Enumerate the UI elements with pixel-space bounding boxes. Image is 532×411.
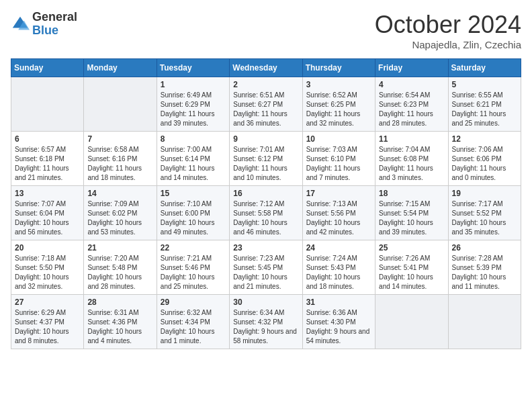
week-row-1: 1Sunrise: 6:49 AM Sunset: 6:29 PM Daylig… — [11, 77, 521, 132]
day-info: Sunrise: 6:29 AM Sunset: 4:37 PM Dayligh… — [15, 308, 80, 346]
day-info: Sunrise: 7:00 AM Sunset: 6:14 PM Dayligh… — [161, 145, 226, 183]
calendar-cell — [11, 77, 84, 132]
day-info: Sunrise: 7:13 AM Sunset: 5:56 PM Dayligh… — [306, 199, 371, 237]
calendar-cell: 12Sunrise: 7:06 AM Sunset: 6:06 PM Dayli… — [448, 132, 521, 186]
day-number: 24 — [306, 243, 371, 253]
day-info: Sunrise: 7:04 AM Sunset: 6:08 PM Dayligh… — [379, 145, 444, 183]
day-number: 4 — [379, 80, 444, 89]
day-number: 8 — [161, 134, 226, 144]
day-number: 14 — [87, 189, 152, 198]
calendar-cell: 25Sunrise: 7:26 AM Sunset: 5:41 PM Dayli… — [375, 240, 448, 295]
day-info: Sunrise: 6:49 AM Sunset: 6:29 PM Dayligh… — [161, 91, 226, 128]
day-info: Sunrise: 7:17 AM Sunset: 5:52 PM Dayligh… — [452, 199, 517, 237]
day-info: Sunrise: 7:20 AM Sunset: 5:48 PM Dayligh… — [87, 254, 152, 291]
day-info: Sunrise: 7:23 AM Sunset: 5:45 PM Dayligh… — [233, 254, 298, 291]
calendar-cell: 5Sunrise: 6:55 AM Sunset: 6:21 PM Daylig… — [448, 77, 521, 132]
day-info: Sunrise: 7:06 AM Sunset: 6:06 PM Dayligh… — [452, 145, 517, 183]
calendar-cell — [448, 295, 521, 349]
calendar-cell: 19Sunrise: 7:17 AM Sunset: 5:52 PM Dayli… — [448, 186, 521, 240]
day-number: 17 — [306, 189, 371, 198]
calendar-cell: 31Sunrise: 6:36 AM Sunset: 4:30 PM Dayli… — [302, 295, 375, 349]
calendar-cell: 15Sunrise: 7:10 AM Sunset: 6:00 PM Dayli… — [157, 186, 229, 240]
calendar-cell: 4Sunrise: 6:54 AM Sunset: 6:23 PM Daylig… — [375, 77, 448, 132]
day-number: 31 — [306, 298, 371, 307]
day-header-tuesday: Tuesday — [157, 59, 229, 77]
day-info: Sunrise: 7:21 AM Sunset: 5:46 PM Dayligh… — [161, 254, 226, 291]
day-header-friday: Friday — [375, 59, 448, 77]
calendar-cell: 27Sunrise: 6:29 AM Sunset: 4:37 PM Dayli… — [11, 295, 84, 349]
day-info: Sunrise: 6:51 AM Sunset: 6:27 PM Dayligh… — [233, 91, 298, 128]
day-number: 22 — [161, 243, 226, 253]
week-row-4: 20Sunrise: 7:18 AM Sunset: 5:50 PM Dayli… — [11, 240, 521, 295]
day-number: 19 — [452, 189, 517, 198]
calendar-cell: 13Sunrise: 7:07 AM Sunset: 6:04 PM Dayli… — [11, 186, 84, 240]
day-info: Sunrise: 6:31 AM Sunset: 4:36 PM Dayligh… — [87, 308, 152, 346]
title-block: October 2024 Napajedla, Zlin, Czechia — [375, 11, 521, 50]
day-number: 12 — [452, 134, 517, 144]
calendar-cell — [84, 77, 157, 132]
logo-icon — [11, 15, 30, 34]
day-number: 28 — [87, 298, 152, 307]
calendar-cell: 2Sunrise: 6:51 AM Sunset: 6:27 PM Daylig… — [230, 77, 302, 132]
calendar-cell: 14Sunrise: 7:09 AM Sunset: 6:02 PM Dayli… — [84, 186, 157, 240]
day-number: 23 — [233, 243, 298, 253]
day-info: Sunrise: 6:54 AM Sunset: 6:23 PM Dayligh… — [379, 91, 444, 128]
day-number: 26 — [452, 243, 517, 253]
day-header-sunday: Sunday — [11, 59, 84, 77]
day-number: 5 — [452, 80, 517, 89]
logo: General Blue — [11, 11, 77, 38]
day-info: Sunrise: 7:24 AM Sunset: 5:43 PM Dayligh… — [306, 254, 371, 291]
day-header-wednesday: Wednesday — [230, 59, 302, 77]
day-info: Sunrise: 7:12 AM Sunset: 5:58 PM Dayligh… — [233, 199, 298, 237]
logo-general: General — [32, 11, 77, 24]
day-number: 13 — [15, 189, 80, 198]
day-header-monday: Monday — [84, 59, 157, 77]
calendar-cell: 21Sunrise: 7:20 AM Sunset: 5:48 PM Dayli… — [84, 240, 157, 295]
day-info: Sunrise: 7:03 AM Sunset: 6:10 PM Dayligh… — [306, 145, 371, 183]
calendar-table: SundayMondayTuesdayWednesdayThursdayFrid… — [11, 58, 521, 349]
day-info: Sunrise: 7:09 AM Sunset: 6:02 PM Dayligh… — [87, 199, 152, 237]
day-info: Sunrise: 7:26 AM Sunset: 5:41 PM Dayligh… — [379, 254, 444, 291]
calendar-cell: 23Sunrise: 7:23 AM Sunset: 5:45 PM Dayli… — [230, 240, 302, 295]
day-number: 3 — [306, 80, 371, 89]
day-number: 27 — [15, 298, 80, 307]
day-info: Sunrise: 7:01 AM Sunset: 6:12 PM Dayligh… — [233, 145, 298, 183]
day-number: 16 — [233, 189, 298, 198]
calendar-cell: 18Sunrise: 7:15 AM Sunset: 5:54 PM Dayli… — [375, 186, 448, 240]
calendar-cell: 20Sunrise: 7:18 AM Sunset: 5:50 PM Dayli… — [11, 240, 84, 295]
day-number: 10 — [306, 134, 371, 144]
day-info: Sunrise: 6:58 AM Sunset: 6:16 PM Dayligh… — [87, 145, 152, 183]
day-number: 25 — [379, 243, 444, 253]
day-number: 9 — [233, 134, 298, 144]
calendar-cell: 28Sunrise: 6:31 AM Sunset: 4:36 PM Dayli… — [84, 295, 157, 349]
calendar-cell: 3Sunrise: 6:52 AM Sunset: 6:25 PM Daylig… — [302, 77, 375, 132]
logo-blue: Blue — [32, 24, 77, 38]
day-number: 1 — [161, 80, 226, 89]
calendar-cell — [375, 295, 448, 349]
calendar-cell: 10Sunrise: 7:03 AM Sunset: 6:10 PM Dayli… — [302, 132, 375, 186]
day-info: Sunrise: 6:32 AM Sunset: 4:34 PM Dayligh… — [161, 308, 226, 346]
day-number: 2 — [233, 80, 298, 89]
header-row: SundayMondayTuesdayWednesdayThursdayFrid… — [11, 59, 521, 77]
month-title: October 2024 — [375, 11, 521, 39]
calendar-cell: 17Sunrise: 7:13 AM Sunset: 5:56 PM Dayli… — [302, 186, 375, 240]
day-info: Sunrise: 7:28 AM Sunset: 5:39 PM Dayligh… — [452, 254, 517, 291]
day-number: 29 — [161, 298, 226, 307]
day-info: Sunrise: 7:07 AM Sunset: 6:04 PM Dayligh… — [15, 199, 80, 237]
day-info: Sunrise: 6:55 AM Sunset: 6:21 PM Dayligh… — [452, 91, 517, 128]
day-info: Sunrise: 7:10 AM Sunset: 6:00 PM Dayligh… — [161, 199, 226, 237]
day-header-saturday: Saturday — [448, 59, 521, 77]
day-info: Sunrise: 7:15 AM Sunset: 5:54 PM Dayligh… — [379, 199, 444, 237]
location-subtitle: Napajedla, Zlin, Czechia — [375, 39, 521, 50]
day-number: 15 — [161, 189, 226, 198]
day-number: 6 — [15, 134, 80, 144]
day-info: Sunrise: 6:36 AM Sunset: 4:30 PM Dayligh… — [306, 308, 371, 346]
calendar-cell: 24Sunrise: 7:24 AM Sunset: 5:43 PM Dayli… — [302, 240, 375, 295]
calendar-cell: 26Sunrise: 7:28 AM Sunset: 5:39 PM Dayli… — [448, 240, 521, 295]
day-number: 11 — [379, 134, 444, 144]
day-info: Sunrise: 6:34 AM Sunset: 4:32 PM Dayligh… — [233, 308, 298, 346]
week-row-3: 13Sunrise: 7:07 AM Sunset: 6:04 PM Dayli… — [11, 186, 521, 240]
day-header-thursday: Thursday — [302, 59, 375, 77]
day-number: 20 — [15, 243, 80, 253]
calendar-cell: 22Sunrise: 7:21 AM Sunset: 5:46 PM Dayli… — [157, 240, 229, 295]
